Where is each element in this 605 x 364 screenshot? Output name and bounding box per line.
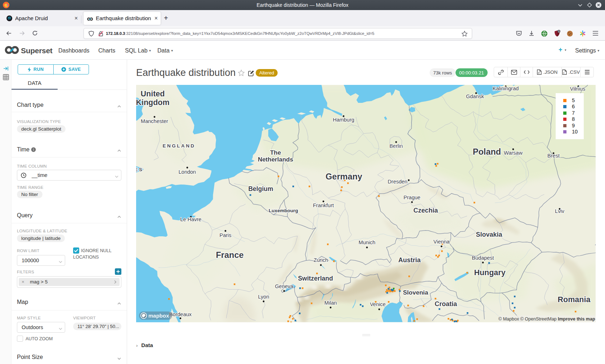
svg-text:9: 9 bbox=[572, 123, 575, 128]
svg-text:Manchester: Manchester bbox=[141, 118, 168, 124]
svg-text:ENGLAND: ENGLAND bbox=[162, 143, 195, 149]
svg-text:Romania: Romania bbox=[558, 295, 591, 304]
svg-text:x: x bbox=[563, 72, 565, 74]
svg-text:United: United bbox=[141, 90, 165, 98]
svg-text:Budapest: Budapest bbox=[472, 255, 494, 261]
svg-text:8: 8 bbox=[572, 116, 575, 122]
svg-text:The: The bbox=[270, 149, 281, 156]
svg-text:Milan: Milan bbox=[324, 300, 337, 306]
svg-text:2: 2 bbox=[558, 30, 560, 33]
svg-text:Slovakia: Slovakia bbox=[476, 231, 502, 238]
svg-text:Geneva: Geneva bbox=[275, 283, 294, 289]
svg-text:Kaliningrad: Kaliningrad bbox=[493, 86, 519, 91]
svg-text:© Mapbox © OpenStreetMap Impro: © Mapbox © OpenStreetMap Improve this ma… bbox=[498, 317, 595, 322]
svg-text:10: 10 bbox=[572, 129, 578, 135]
svg-text:Vilnius: Vilnius bbox=[570, 86, 585, 92]
svg-text:5: 5 bbox=[572, 97, 575, 103]
svg-text:Germany: Germany bbox=[326, 172, 362, 181]
svg-text:Venice: Venice bbox=[370, 301, 386, 307]
svg-text:Vienna: Vienna bbox=[434, 239, 450, 245]
svg-text:France: France bbox=[216, 250, 243, 260]
svg-text:ES: ES bbox=[136, 167, 144, 172]
svg-text:Le Havre: Le Havre bbox=[180, 217, 202, 222]
svg-text:Slovenia: Slovenia bbox=[403, 289, 428, 296]
svg-text:London: London bbox=[179, 169, 196, 175]
svg-text:Warsaw: Warsaw bbox=[504, 150, 523, 156]
svg-text:Czechia: Czechia bbox=[413, 207, 438, 214]
svg-text:Hungary: Hungary bbox=[474, 268, 505, 277]
svg-text:Gdansk: Gdansk bbox=[466, 94, 484, 99]
svg-text:i: i bbox=[33, 148, 34, 151]
svg-text:6: 6 bbox=[572, 104, 575, 109]
svg-text:Brest: Brest bbox=[547, 153, 560, 159]
svg-text:Lviv: Lviv bbox=[555, 208, 565, 214]
svg-text:Paris: Paris bbox=[219, 232, 231, 238]
svg-text:Frankfurt: Frankfurt bbox=[313, 203, 334, 208]
svg-text:Belgium: Belgium bbox=[248, 185, 273, 192]
svg-text:Zurich: Zurich bbox=[314, 257, 328, 263]
svg-text:Bordeaux: Bordeaux bbox=[169, 311, 192, 317]
svg-text:Munich: Munich bbox=[359, 240, 376, 245]
svg-text:Lyon: Lyon bbox=[258, 294, 269, 300]
svg-text:7: 7 bbox=[572, 110, 575, 116]
svg-text:Kingdom: Kingdom bbox=[136, 98, 170, 107]
svg-text:mapbox: mapbox bbox=[148, 313, 169, 319]
svg-text:Croatia: Croatia bbox=[435, 300, 457, 308]
svg-text:Netherlands: Netherlands bbox=[258, 156, 293, 163]
svg-text:Luxembourg: Luxembourg bbox=[269, 208, 298, 213]
svg-text:Dresden: Dresden bbox=[388, 179, 408, 185]
svg-text:Switzerland: Switzerland bbox=[298, 275, 333, 282]
svg-text:Hamburg: Hamburg bbox=[333, 117, 354, 123]
svg-text:Prague: Prague bbox=[404, 195, 421, 200]
svg-text:Austria: Austria bbox=[398, 256, 421, 264]
svg-text:Poland: Poland bbox=[473, 147, 501, 156]
